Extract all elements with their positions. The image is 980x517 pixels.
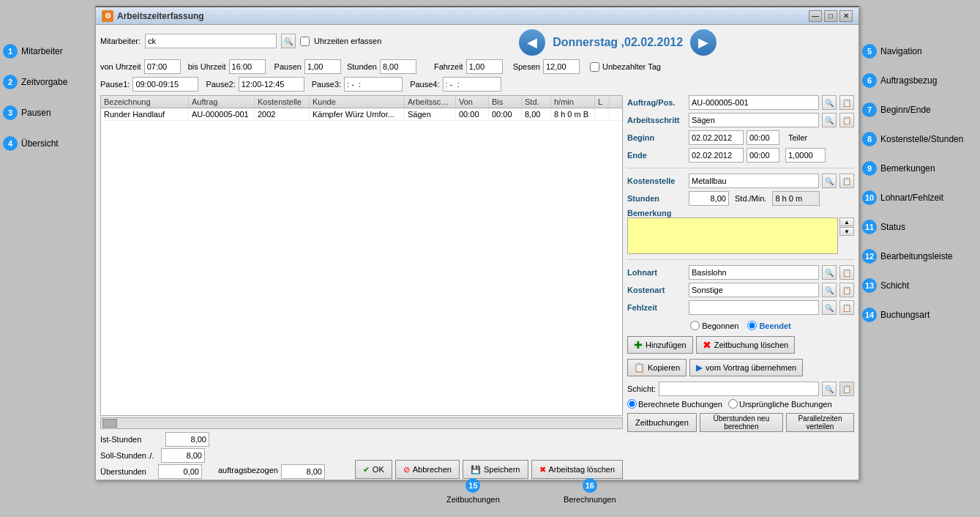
buchung-ursprung-label[interactable]: Ursprüngliche Buchungen [728, 399, 832, 409]
stunden-form-input[interactable] [689, 191, 729, 206]
bemerkung-textarea[interactable] [627, 217, 838, 254]
schicht-input[interactable] [659, 382, 819, 396]
stunden-input[interactable] [380, 59, 416, 74]
pause4-input[interactable] [443, 77, 501, 92]
lohnart-search-icon[interactable]: 🔍 [822, 265, 837, 280]
badge-2: 2 [3, 75, 18, 89]
sidebar-label-3: Pausen [21, 108, 51, 118]
bemerkung-scroll-down[interactable]: ▼ [839, 227, 854, 236]
sidebar-item-status[interactable]: 11 Status [859, 218, 980, 236]
ist-stunden-input[interactable] [165, 432, 209, 447]
pausen-input[interactable] [304, 59, 341, 74]
sidebar-item-bearbeitungsleiste[interactable]: 12 Bearbeitungsleiste [859, 248, 980, 265]
soll-stunden-input[interactable] [161, 448, 205, 463]
pause1-input[interactable] [132, 77, 198, 92]
arbeitsschritt-edit-icon[interactable]: 📋 [839, 113, 854, 127]
zeitbuchungen-button[interactable]: Zeitbuchungen [627, 413, 697, 432]
maximize-button[interactable]: □ [824, 10, 837, 22]
sidebar-item-bemerkungen[interactable]: 9 Bemerkungen [859, 160, 980, 177]
schicht-search-icon[interactable]: 🔍 [822, 382, 837, 396]
uberstunden-input[interactable] [158, 464, 202, 479]
status-beendet-label[interactable]: Beendet [747, 321, 790, 330]
sidebar-item-zeitvorgabe[interactable]: 2 Zeitvorgabe [0, 73, 95, 91]
abbrechen-button[interactable]: ⊘ Abbrechen [395, 460, 460, 479]
next-date-button[interactable]: ▶ [690, 29, 717, 56]
fahrzeit-input[interactable] [466, 59, 503, 74]
bis-uhrzeit-input[interactable] [229, 59, 266, 74]
horizontal-scrollbar[interactable] [100, 417, 623, 429]
arbeitsschritt-search-icon[interactable]: 🔍 [822, 113, 837, 127]
buchung-berechnet-label[interactable]: Berechnete Buchungen [627, 399, 722, 409]
pause2-input[interactable] [239, 77, 304, 92]
scroll-thumb[interactable] [102, 419, 117, 428]
kopieren-button[interactable]: 📋 Kopieren [627, 359, 687, 376]
sidebar-item-beginn-ende[interactable]: 7 Beginn/Ende [859, 101, 980, 119]
status-begonnen-label[interactable]: Begonnen [690, 321, 738, 330]
unbezahlt-checkbox[interactable] [590, 62, 599, 72]
lohnart-edit-icon[interactable]: 📋 [839, 265, 854, 280]
auftrag-search-icon[interactable]: 🔍 [822, 95, 837, 110]
sidebar-item-buchungsart[interactable]: 14 Buchungsart [859, 306, 980, 324]
table-row[interactable]: Runder Handlauf AU-000005-001 2002 Kämpf… [101, 108, 622, 121]
auftrag-edit-icon[interactable]: 📋 [839, 95, 854, 110]
sidebar-item-auftragsbezug[interactable]: 6 Auftragsbezug [859, 72, 980, 89]
title-bar: ⚙ Arbeitszeiterfassung — □ ✕ [96, 7, 859, 25]
std-min-input [772, 191, 820, 206]
close-button[interactable]: ✕ [839, 10, 853, 22]
kostenart-edit-icon[interactable]: 📋 [839, 283, 854, 297]
auftrag-input[interactable] [689, 95, 819, 110]
prev-date-button[interactable]: ◀ [519, 29, 545, 56]
parallelzeiten-button[interactable]: Parallelzeiten verteilen [786, 413, 854, 432]
sidebar-item-navigation[interactable]: 5 Navigation [859, 42, 980, 60]
buchung-ursprung-radio[interactable] [728, 399, 738, 409]
ende-time-input[interactable] [747, 148, 779, 163]
vom-vortrag-button[interactable]: ▶ vom Vortrag übernehmen [689, 359, 803, 376]
badge-8: 8 [862, 132, 877, 146]
bemerkung-scroll-up[interactable]: ▲ [839, 217, 854, 226]
fahrzeit-label: Fahrzeit [434, 62, 463, 71]
beginn-date-input[interactable] [689, 130, 744, 145]
sidebar-item-pausen[interactable]: 3 Pausen [0, 104, 95, 122]
action-btn-row-2: 📋 Kopieren ▶ vom Vortrag übernehmen [627, 359, 854, 376]
sidebar-item-mitarbeiter[interactable]: 1 Mitarbeiter [0, 42, 95, 60]
zeitvorgabe-row: von Uhrzeit bis Uhrzeit Pausen Stunden F… [100, 59, 854, 74]
teiler-input[interactable] [785, 148, 826, 163]
schicht-disabled-icon: 📋 [839, 382, 854, 396]
speichern-button[interactable]: 💾 Speichern [463, 460, 528, 479]
sidebar-item-ubersicht[interactable]: 4 Übersicht [0, 135, 95, 152]
schicht-label: Schicht: [627, 384, 656, 393]
beginn-row: Beginn Teiler [627, 130, 854, 145]
fehlzeit-search-icon[interactable]: 🔍 [822, 300, 837, 315]
fehlzeit-input[interactable] [689, 300, 819, 315]
mitarbeiter-search-icon[interactable]: 🔍 [281, 34, 296, 48]
arbeitstag-loschen-button[interactable]: ✖ Arbeitstag löschen [531, 460, 624, 479]
beginn-time-input[interactable] [747, 130, 779, 145]
kostenstelle-edit-icon[interactable]: 📋 [839, 174, 854, 188]
status-beendet-radio[interactable] [747, 321, 757, 330]
pause3-input[interactable] [344, 77, 403, 92]
kostenstelle-input[interactable] [689, 174, 819, 188]
ok-button[interactable]: ✔ OK [355, 460, 392, 479]
lohnart-row: Lohnart 🔍 📋 [627, 265, 854, 280]
von-uhrzeit-input[interactable] [144, 59, 181, 74]
buchung-berechnet-radio[interactable] [627, 399, 637, 409]
hinzufuegen-button[interactable]: ✚ Hinzufügen [627, 336, 693, 354]
mitarbeiter-input[interactable] [145, 34, 277, 48]
kostenart-search-icon[interactable]: 🔍 [822, 283, 837, 297]
minimize-button[interactable]: — [809, 10, 822, 22]
zeitbuchung-loschen-button[interactable]: ✖ Zeitbuchung löschen [696, 336, 796, 354]
lohnart-input[interactable] [689, 265, 819, 280]
arbeitsschritt-input[interactable] [689, 113, 819, 127]
spesen-input[interactable] [543, 59, 580, 74]
kostenstelle-search-icon[interactable]: 🔍 [822, 174, 837, 188]
uberstunden-button[interactable]: Überstunden neu berechnen [700, 413, 783, 432]
auftragsbezogen-input[interactable] [281, 464, 325, 479]
sidebar-item-kostenstelle[interactable]: 8 Kostenstelle/Stunden [859, 130, 980, 148]
sidebar-item-lohnart[interactable]: 10 Lohnart/Fehlzeit [859, 189, 980, 207]
sidebar-item-schicht[interactable]: 13 Schicht [859, 277, 980, 294]
kostenart-input[interactable] [689, 283, 819, 297]
ende-date-input[interactable] [689, 148, 744, 163]
status-begonnen-radio[interactable] [690, 321, 700, 330]
uhrzeiten-checkbox[interactable] [300, 37, 310, 46]
fehlzeit-edit-icon[interactable]: 📋 [839, 300, 854, 315]
